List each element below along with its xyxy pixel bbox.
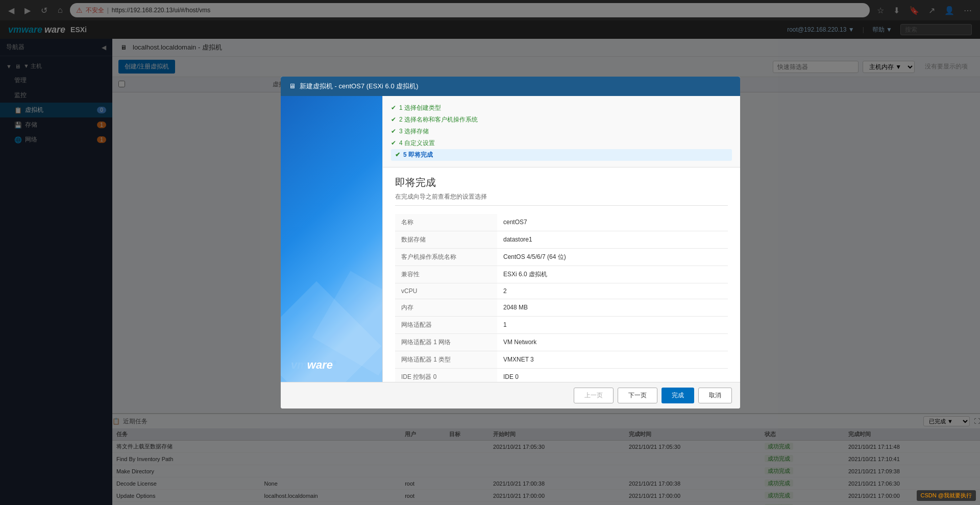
summary-label-memory: 内存 [395, 299, 497, 316]
next-button[interactable]: 下一页 [618, 388, 657, 403]
summary-label-nic: 网络适配器 [395, 316, 497, 333]
summary-value-nic1-network: VM Network [497, 333, 728, 351]
summary-row-compat: 兼容性 ESXi 6.0 虚拟机 [395, 266, 728, 283]
finish-button[interactable]: 完成 [662, 388, 694, 403]
wizard-main[interactable]: 即将完成 在完成向导之前查看您的设置选择 名称 centOS7 数据存储 dat… [383, 167, 740, 382]
prev-button[interactable]: 上一页 [574, 388, 614, 403]
summary-row-nic: 网络适配器 1 [395, 316, 728, 333]
create-vm-modal: 🖥 新建虚拟机 - centOS7 (ESXi 6.0 虚拟机) vmware®… [281, 77, 740, 408]
step-5-label: 5 即将完成 [403, 151, 433, 159]
wizard-step-1: ✔ 1 选择创建类型 [391, 102, 732, 114]
summary-value-vcpu: 2 [497, 283, 728, 299]
summary-row-ide0: IDE 控制器 0 IDE 0 [395, 368, 728, 382]
modal-title-icon: 🖥 [289, 82, 296, 90]
modal-title: 新建虚拟机 - centOS7 (ESXi 6.0 虚拟机) [300, 82, 419, 91]
cancel-button[interactable]: 取消 [698, 388, 732, 403]
summary-row-nic1-network: 网络适配器 1 网络 VM Network [395, 333, 728, 351]
wizard-step-2: ✔ 2 选择名称和客户机操作系统 [391, 114, 732, 126]
modal-vmware-logo: vmware® [291, 358, 336, 372]
summary-row-os: 客户机操作系统名称 CentOS 4/5/6/7 (64 位) [395, 248, 728, 266]
wizard-steps: ✔ 1 选择创建类型 ✔ 2 选择名称和客户机操作系统 ✔ 3 选择存储 ✔ 4… [383, 96, 740, 167]
summary-table-body: 名称 centOS7 数据存储 datastore1 客户机操作系统名称 Cen… [395, 214, 728, 382]
summary-row-name: 名称 centOS7 [395, 214, 728, 231]
summary-value-os: CentOS 4/5/6/7 (64 位) [497, 248, 728, 266]
summary-label-compat: 兼容性 [395, 266, 497, 283]
summary-value-datastore: datastore1 [497, 231, 728, 248]
summary-row-nic1-type: 网络适配器 1 类型 VMXNET 3 [395, 351, 728, 368]
summary-label-name: 名称 [395, 214, 497, 231]
summary-label-nic1-type: 网络适配器 1 类型 [395, 351, 497, 368]
wizard-step-4: ✔ 4 自定义设置 [391, 137, 732, 149]
step-4-label: 4 自定义设置 [399, 139, 435, 148]
modal-sidebar-graphic-container: vmware® [281, 96, 383, 382]
check-icon-1: ✔ [391, 104, 396, 111]
wizard-section-title: 即将完成 [395, 176, 728, 189]
summary-value-nic1-type: VMXNET 3 [497, 351, 728, 368]
summary-value-memory: 2048 MB [497, 299, 728, 316]
modal-content: ✔ 1 选择创建类型 ✔ 2 选择名称和客户机操作系统 ✔ 3 选择存储 ✔ 4… [383, 96, 740, 382]
summary-value-compat: ESXi 6.0 虚拟机 [497, 266, 728, 283]
csdn-watermark: CSDN @我就要执行 [917, 490, 976, 501]
summary-row-vcpu: vCPU 2 [395, 283, 728, 299]
summary-value-name: centOS7 [497, 214, 728, 231]
modal-sidebar-graphic: vmware® [281, 96, 382, 382]
step-1-label: 1 选择创建类型 [399, 104, 441, 112]
wizard-step-3: ✔ 3 选择存储 [391, 126, 732, 137]
summary-value-ide0: IDE 0 [497, 368, 728, 382]
wizard-step-5: ✔ 5 即将完成 [391, 149, 732, 161]
summary-label-vcpu: vCPU [395, 283, 497, 299]
wizard-section-subtitle: 在完成向导之前查看您的设置选择 [395, 193, 728, 206]
summary-label-os: 客户机操作系统名称 [395, 248, 497, 266]
check-icon-2: ✔ [391, 116, 396, 123]
summary-label-datastore: 数据存储 [395, 231, 497, 248]
modal-header: 🖥 新建虚拟机 - centOS7 (ESXi 6.0 虚拟机) [281, 77, 740, 96]
modal-footer: 上一页 下一页 完成 取消 [281, 382, 740, 408]
check-icon-5: ✔ [395, 151, 400, 158]
summary-value-nic: 1 [497, 316, 728, 333]
modal-logo-text: vmware [291, 358, 333, 371]
step-2-label: 2 选择名称和客户机操作系统 [399, 115, 478, 124]
modal-overlay: 🖥 新建虚拟机 - centOS7 (ESXi 6.0 虚拟机) vmware®… [0, 0, 980, 505]
summary-row-datastore: 数据存储 datastore1 [395, 231, 728, 248]
summary-label-nic1-network: 网络适配器 1 网络 [395, 333, 497, 351]
check-icon-3: ✔ [391, 128, 396, 135]
check-icon-4: ✔ [391, 139, 396, 147]
modal-body: vmware® ✔ 1 选择创建类型 ✔ 2 选择名称和客户机操作系统 [281, 96, 740, 382]
summary-label-ide0: IDE 控制器 0 [395, 368, 497, 382]
step-3-label: 3 选择存储 [399, 127, 429, 136]
summary-table: 名称 centOS7 数据存储 datastore1 客户机操作系统名称 Cen… [395, 214, 728, 382]
summary-row-memory: 内存 2048 MB [395, 299, 728, 316]
